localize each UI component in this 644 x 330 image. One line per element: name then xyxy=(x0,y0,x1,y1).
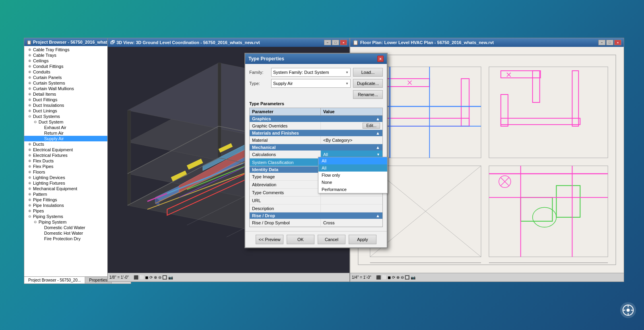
3d-view-title: 3D View: 3D Ground Level Coordination - … xyxy=(116,40,260,45)
expander-icon: ⊕ xyxy=(27,181,32,185)
tree-label: Return Air xyxy=(44,131,64,135)
tree-label: Duct Fittings xyxy=(33,97,57,102)
collapse-icon[interactable]: ▲ xyxy=(376,131,380,135)
close-button[interactable]: × xyxy=(614,40,621,45)
minimize-button[interactable]: − xyxy=(598,40,605,45)
tree-label: Piping System xyxy=(39,220,66,224)
description-param: Description xyxy=(250,205,321,212)
floor-plan-controls: − □ × xyxy=(598,40,621,45)
maximize-button[interactable]: □ xyxy=(332,40,339,45)
spacer xyxy=(39,125,43,130)
material-param: Material xyxy=(250,136,321,144)
row-description: Description xyxy=(250,205,382,212)
family-select[interactable]: System Family: Duct System ▼ xyxy=(271,68,351,77)
tree-label: Flex Pipes xyxy=(33,164,53,169)
maximize-button[interactable]: □ xyxy=(606,40,613,45)
type-label: Type: xyxy=(249,81,271,86)
expander-icon: ⊕ xyxy=(27,170,32,174)
expander-icon: ⊕ xyxy=(27,186,32,191)
ok-button[interactable]: OK xyxy=(287,235,314,244)
collapse-icon[interactable]: ▲ xyxy=(376,213,380,218)
close-button[interactable]: × xyxy=(340,40,347,45)
svg-rect-18 xyxy=(350,47,624,272)
rise-drop-symbol-value: Cross xyxy=(321,219,382,226)
tree-label: Ducts xyxy=(33,142,44,147)
tree-label: Duct Insulations xyxy=(33,103,64,108)
calculations-dropdown: All All Flow only None Performance xyxy=(318,157,388,193)
dropdown-item-all2[interactable]: All xyxy=(318,164,387,172)
load-button[interactable]: Load... xyxy=(353,68,383,77)
col-parameter-header: Parameter xyxy=(250,108,321,115)
tree-label: Supply Air xyxy=(44,136,64,141)
expander-icon: ⊕ xyxy=(27,164,32,169)
dropdown-arrow-icon: ▼ xyxy=(376,152,380,156)
expander-icon: ⊕ xyxy=(27,208,32,213)
expander-icon: ⊕ xyxy=(27,64,32,69)
dropdown-item-none[interactable]: None xyxy=(318,179,387,186)
cancel-button[interactable]: Cancel xyxy=(318,235,345,244)
tree-label: Electrical Fixtures xyxy=(33,153,68,158)
tree-label: Electrical Equipment xyxy=(33,147,73,152)
3d-view-icon: 🗗 xyxy=(110,40,115,45)
tree-label: Lighting Fixtures xyxy=(33,181,65,185)
expander-icon: ⊕ xyxy=(27,153,32,158)
preview-button[interactable]: << Preview xyxy=(256,235,283,244)
tab-project-browser[interactable]: Project Browser - 56750_20... xyxy=(24,277,85,284)
dialog-close-button[interactable]: × xyxy=(377,56,384,62)
rename-button[interactable]: Rename... xyxy=(353,90,383,99)
tree-label: Lighting Devices xyxy=(33,175,65,180)
expander-icon: ⊕ xyxy=(27,86,32,91)
dialog-body: Family: System Family: Duct System ▼ Loa… xyxy=(245,64,387,231)
dropdown-item-flow-only[interactable]: Flow only xyxy=(318,172,387,179)
expander-icon: ⊖ xyxy=(33,120,38,124)
minimize-button[interactable]: − xyxy=(324,40,331,45)
dropdown-item-all[interactable]: All xyxy=(318,157,387,164)
section-materials: Materials and Finishes ▲ xyxy=(250,130,382,136)
svg-rect-8 xyxy=(218,63,221,158)
spacer xyxy=(39,236,43,241)
expander-icon: ⊕ xyxy=(27,197,32,202)
expander-icon: ⊕ xyxy=(27,97,32,102)
section-mechanical: Mechanical ▲ xyxy=(250,144,382,151)
apply-button[interactable]: Apply xyxy=(349,235,376,244)
collapse-icon[interactable]: ▲ xyxy=(376,116,380,121)
app-logo xyxy=(620,302,636,318)
edit-button[interactable]: Edit... xyxy=(363,123,380,129)
type-select[interactable]: Supply Air ▼ xyxy=(271,79,351,88)
expander-icon: ⊕ xyxy=(27,53,32,58)
tree-label: Cable Trays xyxy=(33,53,56,58)
expander-icon: ⊕ xyxy=(27,92,32,96)
project-browser-title: Project Browser - 56750_2016_whats... xyxy=(33,40,113,44)
collapse-icon[interactable]: ▲ xyxy=(376,145,380,150)
family-row: Family: System Family: Duct System ▼ Loa… xyxy=(249,68,383,77)
tree-label: Piping Systems xyxy=(33,214,63,219)
type-image-param: Type Image xyxy=(250,173,321,180)
spacer xyxy=(39,131,43,135)
rise-drop-symbol-param: Rise / Drop Symbol xyxy=(250,219,321,226)
tree-label: Pattern xyxy=(33,192,47,197)
system-classification-param: System Classification xyxy=(250,158,321,166)
tree-label: Conduit Fittings xyxy=(33,64,63,69)
expander-icon: ⊕ xyxy=(27,81,32,85)
url-value xyxy=(321,197,382,204)
floor-plan-content xyxy=(350,47,624,273)
floor-plan-icon: 📋 xyxy=(353,40,359,45)
tree-label: Duct Linings xyxy=(33,108,57,113)
spacer xyxy=(39,225,43,230)
type-value: Supply Air xyxy=(273,81,293,86)
spacer xyxy=(39,231,43,235)
3d-view-titlebar: 🗗 3D View: 3D Ground Level Coordination … xyxy=(108,38,349,47)
graphic-overrides-param: Graphic Overrides xyxy=(250,122,321,129)
expander-icon: ⊕ xyxy=(27,103,32,108)
tree-label: Exhaust Air xyxy=(44,125,66,130)
floor-plan-statusbar: 1/4" = 1'-0" ⬛ ⬜ ◼ ⟳ ⊕ ⊖ 🔲 📷 xyxy=(350,273,624,282)
svg-rect-5 xyxy=(128,110,131,205)
expander-icon: ⊕ xyxy=(27,158,32,163)
duplicate-button[interactable]: Duplicate... xyxy=(353,79,383,88)
row-rise-drop-symbol: Rise / Drop Symbol Cross xyxy=(250,219,382,227)
expander-icon: ⊕ xyxy=(27,147,32,152)
tree-label: Mechanical Equipment xyxy=(33,186,77,191)
dropdown-item-performance[interactable]: Performance xyxy=(318,186,387,193)
section-rise-drop: Rise / Drop ▲ xyxy=(250,212,382,219)
rise-drop-label: Rise / Drop xyxy=(252,213,275,218)
